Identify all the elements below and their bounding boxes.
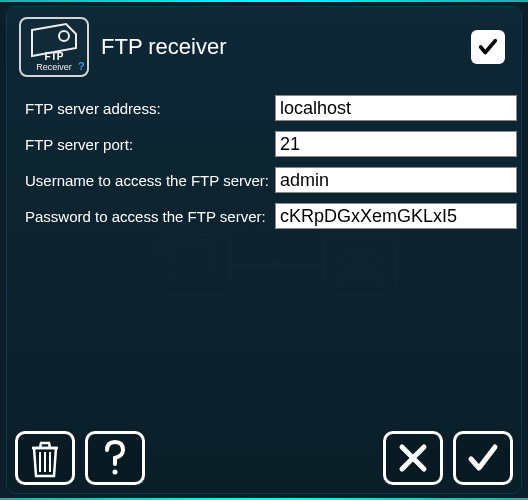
footer — [15, 431, 513, 485]
label-address: FTP server address: — [25, 100, 275, 117]
cancel-button[interactable] — [383, 431, 443, 485]
delete-button[interactable] — [15, 431, 75, 485]
row-username: Username to access the FTP server: — [25, 167, 503, 193]
header: FTP Receiver ? FTP receiver — [7, 7, 521, 87]
row-port: FTP server port: — [25, 131, 503, 157]
enabled-toggle[interactable] — [471, 30, 505, 64]
ftp-receiver-icon: FTP Receiver ? — [19, 17, 89, 77]
input-address[interactable] — [275, 95, 517, 121]
top-edge — [0, 0, 528, 2]
input-port[interactable] — [275, 131, 517, 157]
input-username[interactable] — [275, 167, 517, 193]
input-password[interactable] — [275, 203, 517, 229]
check-icon — [477, 36, 499, 58]
check-icon — [466, 441, 500, 475]
label-port: FTP server port: — [25, 136, 275, 153]
svg-text:?: ? — [78, 60, 84, 72]
ok-button[interactable] — [453, 431, 513, 485]
row-password: Password to access the FTP server: — [25, 203, 503, 229]
svg-point-10 — [59, 31, 69, 41]
trash-icon — [28, 438, 62, 478]
icon-label-bottom: Receiver — [36, 62, 72, 72]
label-username: Username to access the FTP server: — [25, 172, 275, 189]
label-password: Password to access the FTP server: — [25, 208, 275, 225]
icon-label-top: FTP — [45, 51, 64, 62]
form: FTP server address: FTP server port: Use… — [7, 87, 521, 229]
svg-point-12 — [113, 470, 118, 475]
help-icon — [100, 438, 130, 478]
row-address: FTP server address: — [25, 95, 503, 121]
close-icon — [397, 442, 429, 474]
help-button[interactable] — [85, 431, 145, 485]
dialog-title: FTP receiver — [101, 34, 459, 60]
dialog-panel: FTP Receiver ? FTP receiver FTP server a… — [6, 6, 522, 494]
